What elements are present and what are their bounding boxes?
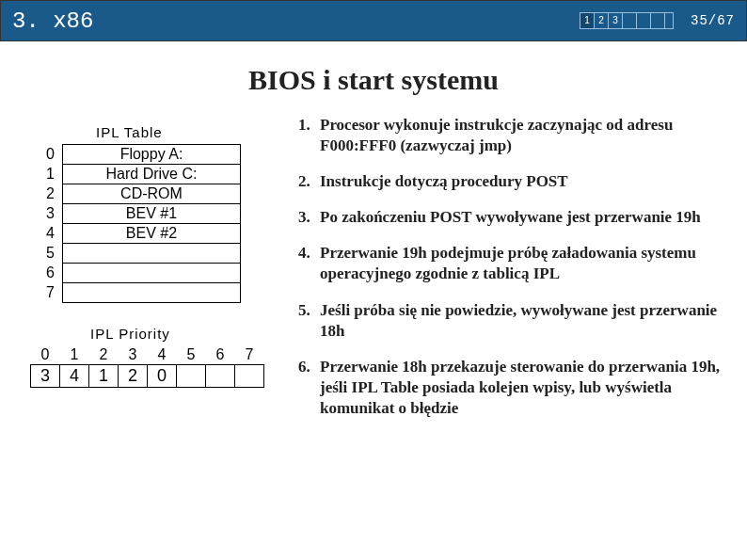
priority-value: 2 xyxy=(119,365,148,388)
row-index: 3 xyxy=(36,204,63,224)
col-index: 1 xyxy=(60,345,89,365)
progress-cell xyxy=(637,13,651,28)
slide-title: BIOS i start systemu xyxy=(0,64,747,96)
list-item: Jeśli próba się nie powiedzie, wywoływan… xyxy=(314,300,730,342)
list-item: Po zakończeniu POST wywoływane jest prze… xyxy=(314,207,730,228)
row-index: 6 xyxy=(36,264,63,283)
ipl-priority-section: IPL Priority 0 1 2 3 4 5 6 7 3 xyxy=(9,326,282,388)
row-index: 0 xyxy=(36,145,63,165)
col-index: 6 xyxy=(206,345,235,365)
content: IPL Table 0Floppy A: 1Hard Drive C: 2CD-… xyxy=(0,115,747,434)
row-value xyxy=(63,283,241,303)
table-row: 0 1 2 3 4 5 6 7 xyxy=(31,345,264,365)
header-right: 1 2 3 35/67 xyxy=(580,12,735,29)
ipl-table-section: IPL Table 0Floppy A: 1Hard Drive C: 2CD-… xyxy=(9,124,282,303)
row-value xyxy=(63,244,241,264)
row-value xyxy=(63,264,241,283)
progress-cell: 2 xyxy=(595,13,609,28)
table-row: 7 xyxy=(36,283,241,303)
progress-cell: 3 xyxy=(609,13,623,28)
progress-cell: 1 xyxy=(580,13,595,28)
row-index: 2 xyxy=(36,184,63,204)
steps-list: Procesor wykonuje instrukcje zaczynając … xyxy=(290,115,730,419)
table-row: 3BEV #1 xyxy=(36,204,241,224)
ipl-table-label: IPL Table xyxy=(96,124,282,140)
col-index: 7 xyxy=(235,345,264,365)
priority-value xyxy=(177,365,206,388)
list-item: Przerwanie 18h przekazuje sterowanie do … xyxy=(314,357,730,419)
table-row: 6 xyxy=(36,264,241,283)
progress-cell xyxy=(623,13,637,28)
progress-cell xyxy=(651,13,665,28)
col-index: 4 xyxy=(148,345,177,365)
row-value: Floppy A: xyxy=(63,145,241,165)
progress-indicator: 1 2 3 xyxy=(580,12,674,29)
row-index: 1 xyxy=(36,165,63,184)
priority-value xyxy=(206,365,235,388)
priority-value: 3 xyxy=(31,365,60,388)
priority-value: 4 xyxy=(60,365,89,388)
list-item: Instrukcje dotyczą procedury POST xyxy=(314,171,730,192)
col-index: 0 xyxy=(31,345,60,365)
table-row: 0Floppy A: xyxy=(36,145,241,165)
row-value: BEV #2 xyxy=(63,224,241,244)
table-row: 4BEV #2 xyxy=(36,224,241,244)
row-index: 4 xyxy=(36,224,63,244)
list-item: Procesor wykonuje instrukcje zaczynając … xyxy=(314,115,730,156)
right-column: Procesor wykonuje instrukcje zaczynając … xyxy=(282,115,738,434)
col-index: 3 xyxy=(119,345,148,365)
slide-header: 3. x86 1 2 3 35/67 xyxy=(0,0,747,41)
table-row: 3 4 1 2 0 xyxy=(31,365,264,388)
col-index: 5 xyxy=(177,345,206,365)
row-value: BEV #1 xyxy=(63,204,241,224)
row-value: Hard Drive C: xyxy=(63,165,241,184)
page-counter: 35/67 xyxy=(691,13,735,28)
ipl-table: 0Floppy A: 1Hard Drive C: 2CD-ROM 3BEV #… xyxy=(36,144,241,303)
col-index: 2 xyxy=(89,345,119,365)
ipl-priority-label: IPL Priority xyxy=(90,326,282,342)
left-column: IPL Table 0Floppy A: 1Hard Drive C: 2CD-… xyxy=(9,115,282,434)
ipl-priority-table: 0 1 2 3 4 5 6 7 3 4 1 2 0 xyxy=(30,345,264,388)
list-item: Przerwanie 19h podejmuje próbę załadowan… xyxy=(314,243,730,284)
priority-value: 1 xyxy=(89,365,119,388)
progress-cell xyxy=(665,13,674,28)
row-index: 7 xyxy=(36,283,63,303)
table-row: 5 xyxy=(36,244,241,264)
header-title: 3. x86 xyxy=(12,8,93,34)
row-value: CD-ROM xyxy=(63,184,241,204)
row-index: 5 xyxy=(36,244,63,264)
table-row: 2CD-ROM xyxy=(36,184,241,204)
priority-value: 0 xyxy=(148,365,177,388)
table-row: 1Hard Drive C: xyxy=(36,165,241,184)
priority-value xyxy=(235,365,264,388)
